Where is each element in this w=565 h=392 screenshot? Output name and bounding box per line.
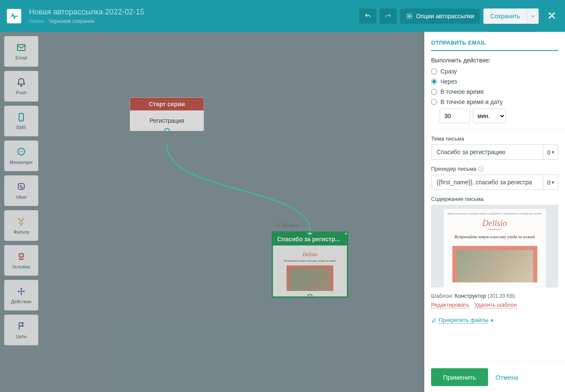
content-preview[interactable]: Введите краткое описание своего сообщени…	[431, 205, 558, 288]
tool-condition[interactable]: Условие	[4, 245, 38, 276]
attach-files[interactable]: Прикрепить файлы ▾	[431, 317, 558, 324]
preheader-vars-button[interactable]: {} ▾	[543, 175, 558, 190]
help-icon[interactable]: ?	[478, 166, 484, 172]
action-label: Выполнить действие:	[431, 57, 558, 64]
start-node-header: Старт серии	[130, 98, 204, 110]
condition-icon	[16, 251, 26, 262]
edit-template-link[interactable]: Редактировать	[431, 302, 469, 308]
goal-icon	[16, 321, 26, 331]
side-panel: ОТПРАВИТЬ EMAIL Выполнить действие: Сраз…	[424, 32, 565, 392]
cancel-link[interactable]: Отмена	[496, 374, 519, 381]
close-button[interactable]: ✕	[545, 9, 558, 23]
save-button[interactable]: Сохранить	[483, 8, 527, 24]
messenger-icon	[16, 147, 26, 157]
sms-icon	[16, 112, 26, 122]
delete-template-link[interactable]: Удалить шаблон	[474, 302, 517, 308]
app-logo	[7, 9, 21, 23]
subject-input[interactable]	[431, 144, 558, 160]
action-icon	[16, 286, 26, 296]
tool-messenger[interactable]: Messenger	[4, 141, 38, 171]
delay-value-input[interactable]	[440, 109, 470, 123]
chevron-down-icon: ▾	[491, 317, 494, 324]
save-dropdown[interactable]	[527, 8, 539, 24]
preheader-input[interactable]	[431, 175, 558, 190]
svg-point-10	[20, 254, 21, 255]
status-draft: Черновик сохранен	[48, 18, 94, 24]
paperclip-icon	[431, 318, 437, 323]
svg-point-7	[22, 151, 23, 152]
options-button[interactable]: Опции авторассылки	[400, 8, 480, 24]
radio-immediate[interactable]: Сразу	[431, 68, 558, 75]
top-header: Новая авторассылка 2022-02-15 Новая Черн…	[0, 0, 565, 32]
svg-point-14	[20, 288, 22, 290]
tool-filter[interactable]: Фильтр	[4, 210, 38, 241]
svg-point-13	[23, 290, 25, 292]
panel-title: ОТПРАВИТЬ EMAIL	[431, 39, 558, 51]
svg-point-3	[21, 119, 22, 120]
status-new: Новая	[29, 18, 44, 24]
tool-goal[interactable]: Цель	[4, 315, 38, 345]
preheader-label: Прехедер письма ?	[431, 166, 558, 172]
filter-icon	[16, 217, 26, 227]
viber-icon	[16, 182, 26, 192]
content-label: Содержание письма	[431, 196, 558, 202]
svg-point-11	[22, 254, 23, 255]
gear-icon	[406, 13, 413, 20]
email-node[interactable]: ✕ Спасибо за регистр... Delisio Встречай…	[272, 231, 348, 298]
tool-sidebar: Email Push SMS Messenger Viber Фильтр Ус…	[4, 36, 38, 345]
subject-label: Тема письма	[431, 135, 558, 142]
clock-icon	[275, 223, 281, 228]
tool-action[interactable]: Действие	[4, 280, 38, 310]
title-block: Новая авторассылка 2022-02-15 Новая Черн…	[29, 8, 359, 24]
panel-footer: Применить Отмена	[424, 362, 565, 392]
delay-unit-select[interactable]: мин.	[473, 109, 506, 123]
email-node-preview: Delisio Встречайте новую классику ухода …	[273, 245, 347, 296]
email-node-port-bottom[interactable]	[307, 294, 313, 298]
start-node[interactable]: Старт серии Регистрация	[130, 97, 204, 131]
svg-point-12	[18, 290, 20, 292]
tool-email[interactable]: Email	[4, 36, 38, 67]
tool-viber[interactable]: Viber	[4, 175, 38, 206]
tool-push[interactable]: Push	[4, 71, 38, 102]
subject-vars-button[interactable]: {} ▾	[543, 144, 558, 160]
radio-exact-datetime[interactable]: В точное время и дату	[431, 99, 558, 105]
start-node-port-bottom[interactable]	[164, 128, 170, 131]
radio-exact-time[interactable]: В точное время	[431, 88, 558, 95]
undo-button[interactable]	[359, 8, 376, 24]
email-icon	[16, 42, 26, 53]
push-icon	[16, 77, 26, 87]
page-title: Новая авторассылка 2022-02-15	[29, 8, 359, 17]
svg-rect-9	[19, 254, 23, 257]
apply-button[interactable]: Применить	[431, 368, 488, 386]
tool-sms[interactable]: SMS	[4, 106, 38, 136]
template-info: Шаблон: Конструктор (201.33 KB)	[431, 293, 558, 299]
chevron-down-icon	[531, 14, 535, 18]
svg-point-6	[21, 151, 22, 152]
radio-after[interactable]: Через	[431, 78, 558, 85]
svg-point-5	[20, 151, 20, 152]
flow-canvas[interactable]: Старт серии Регистрация 30 мин. ✕ Спасиб…	[43, 32, 424, 392]
svg-point-0	[409, 15, 410, 17]
redo-button[interactable]	[380, 8, 397, 24]
options-label: Опции авторассылки	[416, 13, 474, 20]
svg-point-15	[20, 293, 22, 295]
delay-badge: 30 мин.	[275, 223, 300, 228]
